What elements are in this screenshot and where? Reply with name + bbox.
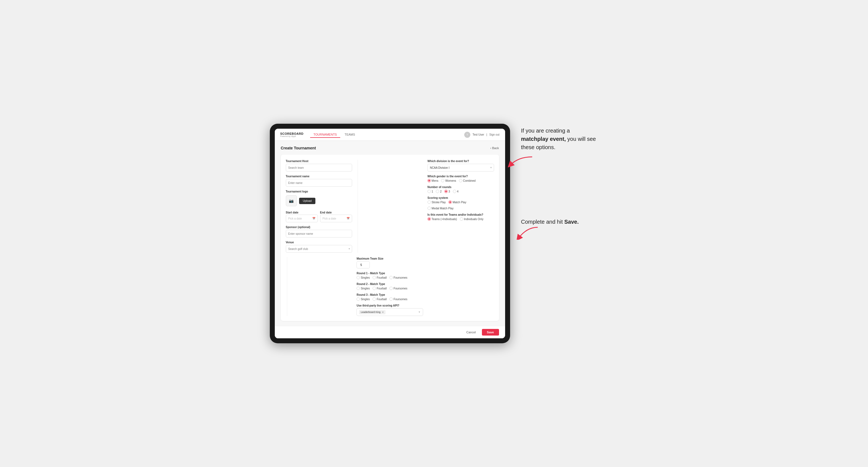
- gender-combined-radio[interactable]: [459, 179, 462, 182]
- annotation-arrow-bottom: [516, 226, 543, 240]
- max-team-size-label: Maximum Team Size: [356, 257, 423, 260]
- rounds-2-radio[interactable]: [436, 190, 439, 193]
- venue-chevron-icon: ▼: [348, 247, 350, 250]
- round2-label: Round 2 - Match Type: [356, 282, 423, 286]
- scoring-stroke[interactable]: Stroke Play: [428, 200, 446, 204]
- brand: SCOREBOARD Powered by clippit: [280, 132, 304, 137]
- tournament-host-input[interactable]: [286, 164, 352, 172]
- round2-fourball[interactable]: Fourball: [373, 287, 386, 290]
- third-party-chevron-icon: ▼: [418, 311, 421, 313]
- round1-fourball[interactable]: Fourball: [373, 276, 386, 279]
- round1-fourball-radio[interactable]: [373, 276, 376, 279]
- rounds-4-radio[interactable]: [453, 190, 456, 193]
- round3-fourball[interactable]: Fourball: [373, 298, 386, 301]
- tournament-host-label: Tournament Host: [286, 160, 352, 163]
- rounds-1[interactable]: 1: [428, 190, 433, 193]
- tournament-logo-group: Tournament logo 📷 Upload: [286, 190, 352, 206]
- upload-button[interactable]: Upload: [299, 198, 316, 204]
- third-party-select[interactable]: Leaderboard King ✕ ▼: [356, 308, 423, 316]
- round1-singles[interactable]: Singles: [356, 276, 370, 279]
- teams-individuals[interactable]: Individuals Only: [460, 217, 484, 221]
- calendar-icon-end: 📅: [347, 217, 350, 220]
- teams-individuals-radio[interactable]: [460, 217, 463, 221]
- gender-radio-group: Mens Womens Combined: [428, 179, 494, 182]
- annotations-panel: If you are creating a matchplay event, y…: [521, 124, 598, 240]
- round2-singles-radio[interactable]: [356, 287, 360, 290]
- form-footer: Cancel Save: [275, 326, 505, 338]
- teams-radio-group: Teams (+Individuals) Individuals Only: [428, 217, 494, 221]
- round1-label: Round 1 - Match Type: [356, 272, 423, 275]
- nav-right: T Test User | Sign out: [464, 132, 500, 138]
- round2-singles[interactable]: Singles: [356, 287, 370, 290]
- division-group: Which division is the event for? NCAA Di…: [428, 160, 494, 172]
- rounds-3-radio[interactable]: [444, 190, 448, 193]
- gender-womens-radio[interactable]: [441, 179, 444, 182]
- tournament-name-label: Tournament name: [286, 175, 352, 178]
- gender-womens[interactable]: Womens: [441, 179, 456, 182]
- round3-foursomes[interactable]: Foursomes: [390, 298, 407, 301]
- nav-tab-tournaments[interactable]: TOURNAMENTS: [310, 132, 340, 138]
- nav-separator: |: [486, 133, 487, 136]
- main-content: Create Tournament ‹ Back Tournament Host…: [275, 141, 505, 326]
- save-button[interactable]: Save: [482, 329, 499, 336]
- sponsor-input[interactable]: [286, 230, 352, 238]
- scoring-medal-radio[interactable]: [428, 207, 431, 210]
- form-col-2: Which division is the event for? NCAA Di…: [428, 160, 494, 253]
- round3-fourball-radio[interactable]: [373, 298, 376, 301]
- scoring-stroke-radio[interactable]: [428, 200, 431, 204]
- gender-group: Which gender is the event for? Mens Wome…: [428, 175, 494, 182]
- rounds-1-radio[interactable]: [428, 190, 431, 193]
- round1-singles-radio[interactable]: [356, 276, 360, 279]
- back-link[interactable]: ‹ Back: [490, 146, 499, 150]
- rounds-2[interactable]: 2: [436, 190, 442, 193]
- sponsor-label: Sponsor (optional): [286, 226, 352, 229]
- scoring-match-radio[interactable]: [448, 200, 452, 204]
- round3-singles[interactable]: Singles: [356, 298, 370, 301]
- teams-group: Is this event for Teams and/or Individua…: [428, 213, 494, 221]
- col-divider-1: [358, 160, 358, 253]
- round2-radio-group: Singles Fourball Foursomes: [356, 287, 423, 290]
- round3-singles-radio[interactable]: [356, 298, 360, 301]
- user-name: Test User: [472, 133, 484, 136]
- tournament-logo-label: Tournament logo: [286, 190, 352, 193]
- rounds-3[interactable]: 3: [444, 190, 450, 193]
- scoring-label: Scoring system: [428, 196, 494, 199]
- tag-remove-icon[interactable]: ✕: [382, 311, 384, 314]
- logo-area: 📷 Upload: [286, 195, 352, 206]
- form-grid: Tournament Host Tournament name Tourname…: [281, 155, 499, 321]
- round2-foursomes[interactable]: Foursomes: [390, 287, 407, 290]
- teams-teams[interactable]: Teams (+Individuals): [428, 217, 457, 221]
- venue-input[interactable]: [286, 245, 352, 253]
- rounds-4[interactable]: 4: [453, 190, 459, 193]
- max-team-size-group: Maximum Team Size: [356, 257, 423, 269]
- nav-tab-teams[interactable]: TEAMS: [341, 132, 359, 138]
- sign-out-link[interactable]: Sign out: [489, 133, 500, 136]
- date-group: Start date Pick a date 📅 End date: [286, 210, 352, 222]
- brand-title: SCOREBOARD: [280, 132, 304, 135]
- round1-foursomes-radio[interactable]: [390, 276, 393, 279]
- rounds-label: Number of rounds: [428, 186, 494, 189]
- tournament-name-input[interactable]: [286, 179, 352, 187]
- page-header: Create Tournament ‹ Back: [281, 146, 499, 150]
- round2-fourball-radio[interactable]: [373, 287, 376, 290]
- gender-mens[interactable]: Mens: [428, 179, 438, 182]
- round1-radio-group: Singles Fourball Foursomes: [356, 276, 423, 279]
- tablet-screen: SCOREBOARD Powered by clippit TOURNAMENT…: [275, 129, 505, 338]
- round2-foursomes-radio[interactable]: [390, 287, 393, 290]
- scoring-match[interactable]: Match Play: [448, 200, 466, 204]
- cancel-button[interactable]: Cancel: [463, 329, 479, 336]
- tournament-host-group: Tournament Host: [286, 160, 352, 172]
- gender-combined[interactable]: Combined: [459, 179, 476, 182]
- start-date-input[interactable]: Pick a date 📅: [286, 215, 318, 222]
- division-select[interactable]: NCAA Division I: [428, 164, 494, 172]
- end-date-input[interactable]: Pick a date 📅: [320, 215, 352, 222]
- rounds-group: Number of rounds 1 2: [428, 186, 494, 193]
- gender-mens-radio[interactable]: [428, 179, 431, 182]
- teams-teams-radio[interactable]: [428, 217, 431, 221]
- scoring-medal[interactable]: Medal Match Play: [428, 207, 454, 210]
- round1-foursomes[interactable]: Foursomes: [390, 276, 407, 279]
- max-team-size-input[interactable]: [356, 261, 370, 269]
- calendar-icon-start: 📅: [312, 217, 315, 220]
- venue-label: Venue: [286, 241, 352, 244]
- round3-foursomes-radio[interactable]: [390, 298, 393, 301]
